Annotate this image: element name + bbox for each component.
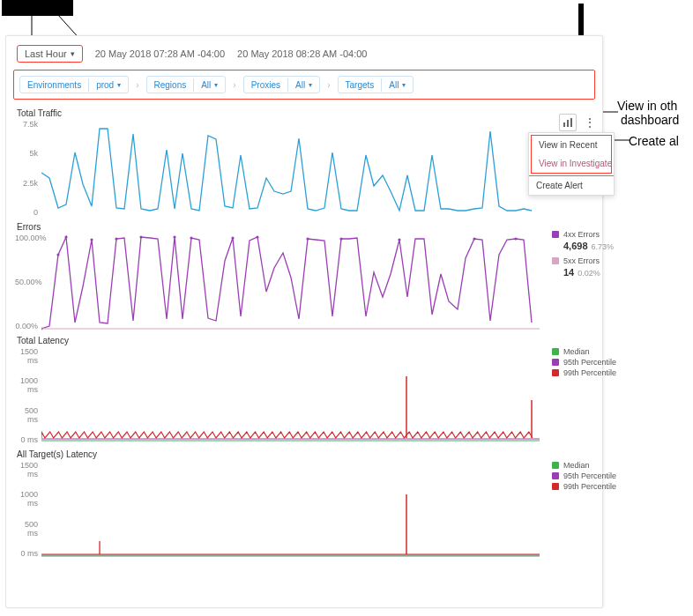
svg-point-9: [64, 235, 67, 238]
svg-point-10: [90, 238, 93, 241]
filter-value: All: [295, 80, 305, 90]
caret-down-icon: ▾: [309, 81, 312, 89]
chevron-right-icon: ›: [327, 80, 330, 90]
chevron-right-icon: ›: [136, 80, 138, 90]
svg-point-19: [398, 238, 400, 241]
filter-proxies[interactable]: Proxies All▾: [243, 76, 320, 93]
annotation-line-recent: [600, 108, 618, 115]
y-axis: 100.00% 50.00% 0.00%: [15, 234, 38, 330]
dashboard-panel: Last Hour ▾ 20 May 2018 07:28 AM -04:00 …: [5, 35, 603, 608]
legend-5xx: 5xx Errors: [563, 256, 600, 265]
y-axis: 1500 ms 1000 ms 500 ms 0 ms: [15, 461, 38, 558]
time-range-dropdown[interactable]: Last Hour ▾: [17, 45, 83, 63]
legend-p95: 95th Percentile: [563, 358, 616, 367]
filter-label: Targets: [339, 78, 382, 92]
filter-label: Environments: [20, 78, 88, 92]
filter-label: Regions: [147, 78, 194, 92]
svg-point-15: [231, 236, 234, 239]
menu-view-investigate[interactable]: View in Investigate: [532, 154, 611, 173]
chart-total-traffic: Total Traffic 7.5k 5k 2.5k 0: [6, 105, 602, 219]
chart-title: Errors: [17, 222, 592, 232]
legend-median: Median: [563, 347, 590, 356]
svg-point-13: [173, 235, 175, 238]
svg-point-14: [190, 236, 192, 239]
svg-point-12: [139, 235, 142, 238]
filter-environments[interactable]: Environments prod▾: [19, 76, 129, 93]
chart-title: Total Latency: [17, 336, 592, 345]
legend-4xx: 4xx Errors: [563, 230, 600, 239]
chart-errors: Errors 100.00% 50.00% 0.00%: [6, 219, 602, 332]
legend-p95: 95th Percentile: [563, 471, 616, 480]
filter-targets[interactable]: Targets All▾: [338, 76, 414, 93]
legend-p99: 99th Percentile: [563, 368, 616, 377]
target-latency-lines: [41, 461, 540, 558]
menu-view-recent[interactable]: View in Recent: [532, 136, 611, 154]
svg-point-21: [514, 237, 517, 240]
chart-total-latency: Total Latency 1500 ms 1000 ms 500 ms 0 m…: [6, 332, 602, 446]
filter-label: Proxies: [244, 78, 287, 92]
legend-p99: 99th Percentile: [563, 482, 616, 491]
latency-legend: Median 95th Percentile 99th Percentile: [552, 347, 636, 379]
svg-point-20: [473, 237, 475, 240]
filter-value: prod: [96, 80, 114, 90]
chart-target-latency: All Target(s) Latency 1500 ms 1000 ms 50…: [6, 446, 602, 560]
latency-lines: [41, 347, 540, 444]
svg-point-17: [306, 237, 309, 240]
errors-lines: [41, 234, 540, 330]
filter-value: All: [201, 80, 211, 90]
y-axis: 1500 ms 1000 ms 500 ms 0 ms: [15, 347, 38, 444]
caret-down-icon: ▾: [214, 81, 218, 89]
menu-create-alert[interactable]: Create Alert: [529, 176, 614, 195]
caret-down-icon: ▾: [402, 81, 406, 89]
filter-regions[interactable]: Regions All▾: [146, 76, 227, 93]
chevron-right-icon: ›: [233, 80, 235, 90]
svg-point-16: [256, 235, 258, 238]
caret-down-icon: ▾: [71, 49, 75, 58]
chart-title: Total Traffic: [17, 108, 592, 118]
legend-median: Median: [563, 461, 590, 470]
timestamp-end: 20 May 2018 08:28 AM -04:00: [237, 48, 367, 59]
svg-point-8: [56, 253, 59, 256]
target-latency-legend: Median 95th Percentile 99th Percentile: [552, 461, 636, 493]
timestamp-start: 20 May 2018 07:28 AM -04:00: [95, 48, 225, 59]
filter-value: All: [389, 80, 399, 90]
time-range-label: Last Hour: [25, 48, 67, 59]
context-menu: View in Recent View in Investigate Creat…: [528, 132, 615, 196]
annotation-block-label: Filter options: [2, 0, 73, 16]
errors-legend: 4xx Errors 4,6986.73% 5xx Errors 140.02%: [552, 230, 636, 278]
traffic-line: [41, 120, 540, 217]
svg-point-18: [339, 237, 342, 240]
svg-point-11: [115, 237, 117, 240]
filters-bar: Environments prod▾ › Regions All▾ › Prox…: [13, 70, 595, 100]
topbar: Last Hour ▾ 20 May 2018 07:28 AM -04:00 …: [6, 36, 602, 70]
y-axis: 7.5k 5k 2.5k 0: [15, 120, 38, 217]
caret-down-icon: ▾: [117, 81, 121, 89]
callout-view-other: View in oth dashboard: [617, 99, 679, 127]
chart-title: All Target(s) Latency: [17, 449, 592, 459]
callout-create-alert: Create al: [629, 134, 679, 148]
